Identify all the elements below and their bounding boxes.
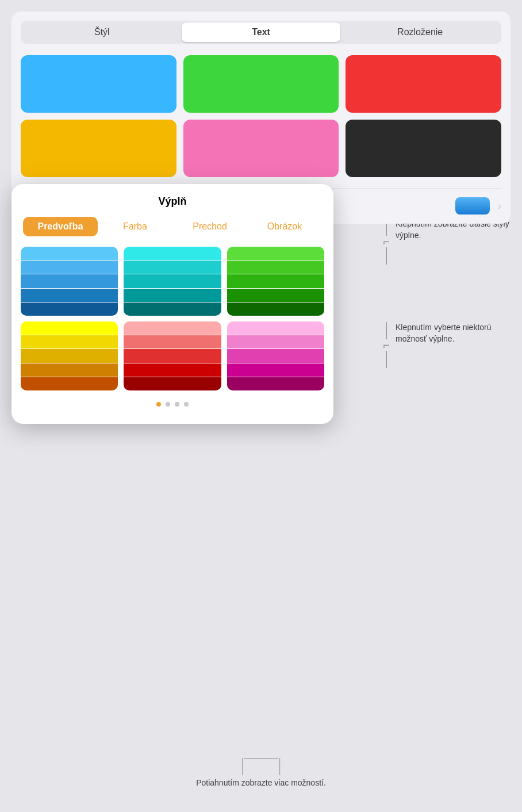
popup-tab-image[interactable]: Obrázok (247, 217, 322, 236)
popup-tab-color[interactable]: Farba (98, 217, 172, 236)
swatch-tile-yellow[interactable] (21, 321, 118, 390)
popup-tab-preset[interactable]: Predvoľba (23, 217, 98, 236)
callout-fill-option-text: Klepnutím vyberte niektorú možnosť výpln… (396, 322, 511, 344)
callout-fill-styles: ⌐ Klepnutím zobrazíte ďalšie štýly výpln… (383, 219, 511, 265)
popup-title: Výplň (21, 196, 324, 208)
swatch-tile-blue[interactable] (21, 247, 118, 316)
swatch-tile-red[interactable] (124, 321, 221, 390)
tab-style[interactable]: Štýl (22, 22, 182, 42)
dot-2 (166, 402, 170, 407)
dot-3 (175, 402, 179, 407)
swatch-tile-green[interactable] (227, 247, 324, 316)
popup-swatch-grid-1 (21, 247, 324, 316)
popup-tab-bar: Predvoľba Farba Prechod Obrázok (21, 217, 324, 236)
dot-4 (184, 402, 189, 407)
fill-preview-swatch (455, 197, 490, 215)
tab-text[interactable]: Text (182, 22, 341, 42)
bottom-callout-text: Potiahnutím zobrazte viac možností. (196, 777, 326, 789)
fill-chevron-icon: › (498, 200, 501, 212)
page-indicator (21, 402, 324, 407)
swatch-green[interactable] (183, 55, 339, 113)
fill-popup: Výplň Predvoľba Farba Prechod Obrázok (11, 184, 333, 424)
swatch-tile-teal[interactable] (124, 247, 221, 316)
callout-fill-option: ⌐ Klepnutím vyberte niektorú možnosť výp… (383, 322, 511, 368)
color-swatch-grid (21, 55, 501, 177)
swatch-black[interactable] (346, 120, 501, 177)
swatch-pink[interactable] (183, 120, 339, 177)
bottom-callout: Potiahnutím zobrazte viac možností. (196, 758, 326, 789)
popup-tab-gradient[interactable]: Prechod (172, 217, 247, 236)
swatch-tile-pink[interactable] (227, 321, 324, 390)
swatch-red[interactable] (346, 55, 501, 113)
swatch-yellow[interactable] (21, 120, 176, 177)
popup-swatch-grid-2 (21, 321, 324, 390)
tab-bar: Štýl Text Rozloženie (21, 21, 501, 44)
right-callouts: ⌐ Klepnutím zobrazíte ďalšie štýly výpln… (383, 219, 511, 368)
dot-1 (156, 402, 161, 407)
tab-layout[interactable]: Rozloženie (340, 22, 500, 42)
swatch-blue[interactable] (21, 55, 176, 113)
